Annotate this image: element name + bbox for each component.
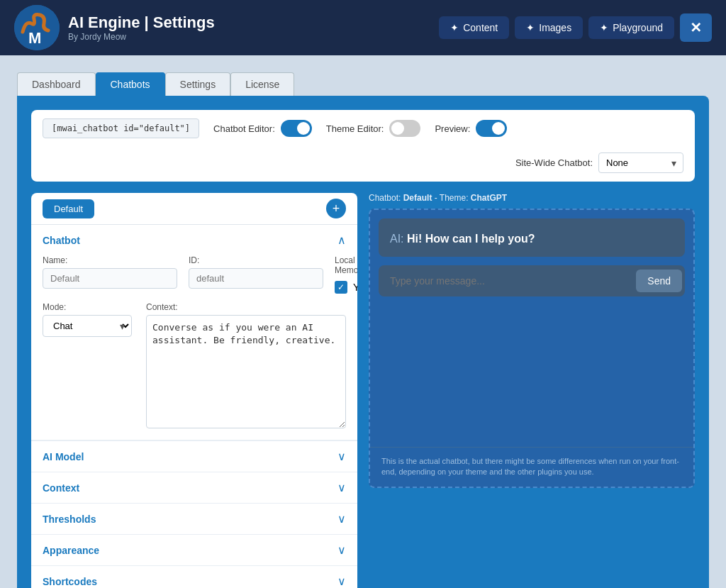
header-nav: ✦ Content ✦ Images ✦ Playground ✕ — [439, 13, 712, 42]
ai-model-title: AI Model — [43, 451, 84, 462]
ai-label: AI: — [390, 233, 404, 245]
chat-footer-text: This is the actual chatbot, but there mi… — [381, 457, 679, 476]
logo-icon: M — [14, 5, 60, 50]
toolbar-row: [mwai_chatbot id="default"] Chatbot Edit… — [31, 110, 695, 182]
header-title: AI Engine | Settings By Jordy Meow — [68, 13, 215, 42]
header: M AI Engine | Settings By Jordy Meow ✦ C… — [0, 0, 726, 55]
name-id-memory-row: Name: ID: Local Memory: ✓ — [43, 255, 346, 294]
mode-context-row: Mode: Chat Assistant Completion — [43, 302, 346, 428]
preview-toggle[interactable] — [476, 120, 507, 137]
logo-container: M AI Engine | Settings By Jordy Meow — [14, 5, 428, 50]
chat-text-input[interactable] — [381, 268, 633, 294]
id-field-group: ID: — [189, 255, 323, 289]
site-wide-select-wrapper: None Default — [598, 152, 683, 173]
playground-button[interactable]: ✦ Playground — [588, 16, 674, 39]
memory-label: Local Memory: — [335, 255, 357, 275]
chat-input-area: Send — [379, 265, 685, 296]
site-wide-label: Site-Wide Chatbot: — [515, 157, 593, 168]
images-label: Images — [539, 22, 571, 33]
chat-preview-panel: AI: Hi! How can I help you? Send This is… — [369, 209, 695, 488]
name-label: Name: — [43, 255, 177, 265]
playground-label: Playground — [613, 22, 663, 33]
thresholds-section[interactable]: Thresholds ∨ — [31, 503, 357, 534]
chatbot-theme-badge: ChatGPT — [471, 193, 507, 203]
ai-model-chevron-icon: ∨ — [337, 450, 346, 463]
content-button[interactable]: ✦ Content — [439, 16, 509, 39]
memory-checkbox[interactable]: ✓ — [335, 281, 347, 294]
appearance-chevron-icon: ∨ — [337, 543, 346, 557]
chatbot-editor-toggle-group: Chatbot Editor: — [213, 120, 312, 137]
tab-dashboard[interactable]: Dashboard — [17, 72, 96, 96]
app-subtitle: By Jordy Meow — [68, 32, 215, 42]
two-column-layout: Default + Chatbot ∧ Name: — [31, 193, 695, 588]
chatbot-accordion-content: Name: ID: Local Memory: ✓ — [31, 247, 357, 440]
context-label: Context: — [146, 302, 346, 312]
preview-slider — [476, 120, 507, 137]
sun-icon-images: ✦ — [526, 22, 535, 33]
theme-editor-slider — [389, 120, 420, 137]
mode-group: Mode: Chat Assistant Completion — [43, 302, 132, 337]
shortcode-display: [mwai_chatbot id="default"] — [43, 118, 199, 138]
inner-tab-bar: Default + — [31, 193, 357, 225]
appearance-section[interactable]: Appareance ∨ — [31, 534, 357, 565]
name-field-group: Name: — [43, 255, 177, 289]
settings-panel: [mwai_chatbot id="default"] Chatbot Edit… — [17, 96, 709, 588]
app-title: AI Engine | Settings — [68, 13, 215, 32]
memory-toggle-row: ✓ Yes — [335, 281, 357, 294]
chatbot-editor-toggle[interactable] — [281, 120, 312, 137]
shortcodes-title: Shortcodes — [43, 576, 97, 587]
id-label: ID: — [189, 255, 323, 265]
context-section[interactable]: Context ∨ — [31, 472, 357, 503]
chatbot-chevron-icon: ∧ — [337, 233, 346, 247]
site-wide-select[interactable]: None Default — [598, 152, 683, 173]
theme-editor-toggle[interactable] — [389, 120, 420, 137]
chat-footer: This is the actual chatbot, but there mi… — [370, 447, 693, 487]
preview-label: Preview: — [435, 123, 470, 134]
thresholds-chevron-icon: ∨ — [337, 512, 346, 526]
sun-icon-content: ✦ — [450, 22, 459, 33]
right-panel: Chatbot: Default - Theme: ChatGPT AI: Hi… — [369, 193, 695, 488]
default-inner-tab[interactable]: Default — [43, 199, 94, 218]
id-input[interactable] — [189, 268, 323, 289]
name-input[interactable] — [43, 268, 177, 289]
tab-license[interactable]: License — [230, 72, 294, 96]
chatbot-name-badge: Default — [403, 193, 432, 203]
close-button[interactable]: ✕ — [680, 13, 712, 42]
left-panel: Default + Chatbot ∧ Name: — [31, 193, 357, 588]
tab-chatbots[interactable]: Chatbots — [96, 72, 165, 96]
shortcodes-chevron-icon: ∨ — [337, 575, 346, 588]
site-wide-group: Site-Wide Chatbot: None Default — [515, 152, 683, 173]
chatbot-accordion-header[interactable]: Chatbot ∧ — [31, 225, 357, 247]
thresholds-title: Thresholds — [43, 514, 96, 525]
send-button[interactable]: Send — [636, 270, 682, 292]
sun-icon-playground: ✦ — [600, 22, 608, 33]
chatbot-section-title: Chatbot — [43, 235, 80, 246]
ai-model-section[interactable]: AI Model ∨ — [31, 440, 357, 472]
memory-yes-label: Yes — [353, 282, 357, 293]
chatbot-section: Chatbot ∧ Name: ID: — [31, 225, 357, 440]
tab-bar: Dashboard Chatbots Settings License — [17, 72, 709, 96]
context-group: Context: Converse as if you were an AI a… — [146, 302, 346, 428]
add-chatbot-button[interactable]: + — [326, 199, 346, 218]
content-label: Content — [463, 22, 498, 33]
shortcodes-section[interactable]: Shortcodes ∨ — [31, 565, 357, 588]
ai-greeting: AI: Hi! How can I help you? — [390, 233, 674, 245]
chatbot-editor-slider — [281, 120, 312, 137]
main-content: Dashboard Chatbots Settings License [mwa… — [0, 55, 726, 588]
context-chevron-icon: ∨ — [337, 481, 346, 494]
mode-select[interactable]: Chat Assistant Completion — [43, 315, 132, 337]
chat-empty-area — [370, 305, 693, 447]
context-title: Context — [43, 482, 79, 494]
ai-greeting-text: Hi! How can I help you? — [407, 233, 535, 245]
mode-label: Mode: — [43, 302, 132, 312]
context-textarea[interactable]: Converse as if you were an AI assistant.… — [146, 315, 346, 428]
memory-field-group: Local Memory: ✓ Yes — [335, 255, 357, 294]
tab-settings[interactable]: Settings — [165, 72, 231, 96]
chat-info-bar: Chatbot: Default - Theme: ChatGPT — [369, 193, 695, 203]
svg-text:M: M — [28, 29, 41, 47]
theme-editor-toggle-group: Theme Editor: — [326, 120, 421, 137]
mode-select-wrapper: Chat Assistant Completion — [43, 315, 132, 337]
theme-editor-label: Theme Editor: — [326, 123, 384, 134]
close-icon: ✕ — [690, 19, 702, 36]
images-button[interactable]: ✦ Images — [515, 16, 583, 39]
